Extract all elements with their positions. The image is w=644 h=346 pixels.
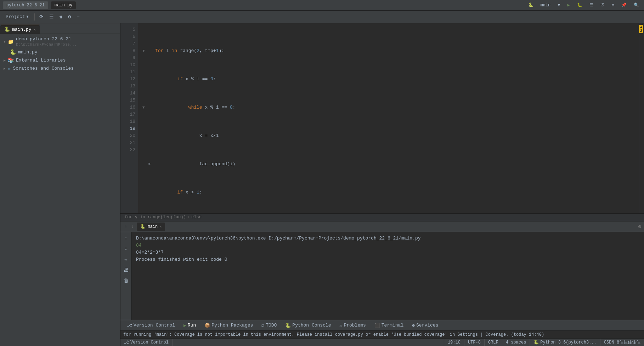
debug-button[interactable]: 🐛 [575,2,584,8]
search-everywhere-button[interactable]: 🔍 [632,2,641,8]
statusbar-branding: CSDN @佳佳佳佳佳 [600,339,644,346]
statusbar: ⎇ Version Control 19:10 UTF-8 CRLF 4 spa… [120,338,644,346]
terminal-btn-print[interactable]: 🖶 [123,266,130,274]
info-bar-text: for running 'main': Coverage is not impo… [123,332,544,337]
sidebar-tree: ▼ 📁 demo_pytorch_22_6_21 D:\pycharm\Pych… [0,34,120,346]
line-num-7: 7 [120,40,135,47]
tree-arrow-extlibs: ▶ [4,58,6,63]
terminal-sidebar: ↑ ↓ ⇔ 🖶 🗑 [120,232,132,320]
terminal-output-2: Process finished with exit code 0 [136,256,640,263]
file-tab-main[interactable]: 🐍 main.py ✕ [0,25,40,34]
statusbar-encoding[interactable]: UTF-8 [464,339,484,346]
code-line-7: ▼ while x % i == 0: [142,104,635,111]
bottom-tool-todo[interactable]: ☑ TODO [258,322,280,329]
settings-icon[interactable]: ⚙ [66,13,73,21]
breadcrumb-bar: for y in range(len(fac)) › else [120,213,644,221]
statusbar-indent[interactable]: 4 spaces [502,339,530,346]
profile-button[interactable]: ⏱ [598,2,607,8]
file-tab-close[interactable]: ✕ [34,27,36,32]
terminal-icon: ⬛ [374,323,380,328]
tree-item-scratches-label: Scratches and Consoles [13,66,74,71]
terminal-run-cmd: D:\anaconda\anaconda3\envs\pytorch36\pyt… [136,235,640,242]
code-editor[interactable]: 5 6 7 8 9 10 11 12 13 14 15 16 17 18 19 … [120,23,644,213]
project-menu[interactable]: Project ▼ [3,13,32,20]
bottom-tool-version-control[interactable]: ⎇ Version Control [123,322,179,329]
line-num-9: 9 [120,54,135,62]
terminal-btn-up[interactable]: ↑ [123,234,128,242]
coverage-button[interactable]: ☰ [587,2,595,8]
file-tab-bar: 🐍 main.py ✕ [0,23,120,34]
pin-button[interactable]: 📌 [619,2,629,8]
terminal-btn-down[interactable]: ↓ [123,245,128,253]
todo-icon: ☑ [261,323,264,328]
terminal-settings-gear[interactable]: ⚙ [638,224,641,230]
terminal-scroll-up[interactable]: ↑ [123,224,129,230]
run-button[interactable]: ▶ [565,2,572,8]
python-icon: 🐍 [533,340,539,345]
statusbar-position[interactable]: 19:10 [444,339,464,346]
line-num-6: 6 [120,33,135,40]
run-config-arrow[interactable]: ▼ [555,2,562,8]
breadcrumb-item-2[interactable]: else [191,215,202,220]
terminal-tab-close[interactable]: ✕ [159,225,162,229]
run-config-label[interactable]: main [538,2,553,8]
titlebar-left: pytorch_22_6_21 main.py [3,1,76,9]
terminal-body: ↑ ↓ ⇔ 🖶 🗑 D:\anaconda\anaconda3\envs\pyt… [120,232,644,320]
line-num-11: 11 [120,69,135,76]
statusbar-python[interactable]: 🐍 Python 3.6(pytorch3... [530,339,600,346]
encoding-text: UTF-8 [468,340,481,345]
toolbar-separator-1 [34,13,35,21]
code-line-10: if x > 1: [142,189,635,196]
console-icon: 🐍 [285,323,291,328]
terminal-content[interactable]: D:\anaconda\anaconda3\envs\pytorch36\pyt… [132,232,644,320]
bottom-tool-services[interactable]: ⚙ Services [408,322,442,329]
line-ending-text: CRLF [488,340,498,345]
bottom-tool-problems[interactable]: ⚠ Problems [336,322,369,329]
code-content[interactable]: ▼ for i in range(2, tmp+1): if x % i == … [138,23,639,213]
statusbar-vcs[interactable]: ⎇ Version Control [120,339,173,346]
scratch-icon: ✏ [8,65,11,71]
tree-item-scratches[interactable]: ▶ ✏ Scratches and Consoles [0,64,120,73]
terminal-tab-main[interactable]: 🐍 main ✕ [137,223,165,231]
fold-gutter-5[interactable]: ▼ [142,47,148,54]
run-icon: ▶ [183,323,186,328]
bottom-tool-python-console[interactable]: 🐍 Python Console [282,322,334,329]
tree-item-mainpy[interactable]: 🐍 main.py [0,48,120,56]
bottom-tool-run[interactable]: ▶ Run [180,322,199,329]
terminal-tab-icon: 🐍 [140,224,146,229]
code-line-6: if x % i == 0: [142,76,635,83]
tree-item-project-label: demo_pytorch_22_6_21 D:\pycharm\PycharmP… [16,36,117,47]
bottom-toolbar: ⎇ Version Control ▶ Run 📦 Python Package… [120,320,644,330]
line-num-22: 22 [120,146,135,154]
code-line-9: ▷ fac.append(i) [142,161,635,168]
flatten-icon[interactable]: ☰ [47,13,56,21]
code-line-5: ▼ for i in range(2, tmp+1): [142,47,635,54]
bottom-tool-python-packages[interactable]: 📦 Python Packages [201,322,256,329]
breadcrumb-item-1[interactable]: for y in range(len(fac)) [125,215,186,220]
line-num-19: 19 [120,125,135,132]
terminal-btn-wrap[interactable]: ⇔ [123,255,128,264]
fold-gutter-7[interactable]: ▼ [142,104,148,111]
warn-gutter-9[interactable]: ▷ [148,161,155,168]
project-arrow: ▼ [27,15,29,19]
indent-text: 4 spaces [506,340,526,345]
project-label: Project [6,14,25,19]
line-num-12: 12 [120,76,135,83]
minimize-icon[interactable]: − [75,13,81,21]
tree-item-extlibs-label: External Libraries [16,58,66,63]
line-numbers: 5 6 7 8 9 10 11 12 13 14 15 16 17 18 19 … [120,23,138,213]
warning-count[interactable]: ▲ 2 [639,25,643,33]
more-run-button[interactable]: ⚙ [610,2,616,8]
sort-icon[interactable]: ⇅ [58,13,64,21]
line-num-17: 17 [120,111,135,118]
titlebar-tab-project[interactable]: pytorch_22_6_21 [3,1,48,9]
terminal-btn-trash[interactable]: 🗑 [123,277,130,285]
statusbar-line-ending[interactable]: CRLF [484,339,502,346]
tree-item-project[interactable]: ▼ 📁 demo_pytorch_22_6_21 D:\pycharm\Pych… [0,35,120,48]
titlebar-tab-file[interactable]: main.py [51,1,76,9]
terminal-scroll-down[interactable]: ↓ [130,224,135,230]
sync-icon[interactable]: ⟳ [38,13,45,21]
terminal-output-0: 84 [136,242,640,249]
bottom-tool-terminal[interactable]: ⬛ Terminal [371,322,407,329]
tree-item-extlibs[interactable]: ▶ 📚 External Libraries [0,56,120,64]
